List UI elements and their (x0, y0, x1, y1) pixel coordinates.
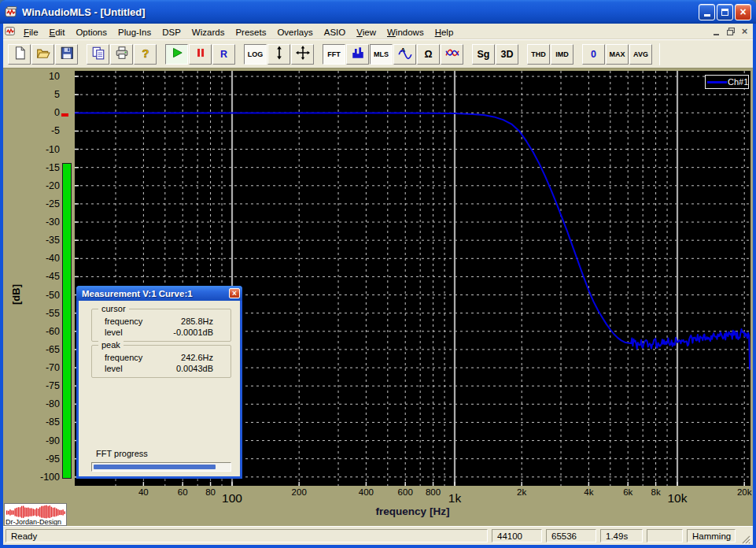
play-button[interactable] (165, 44, 188, 65)
zoom-vertical-button[interactable] (267, 44, 290, 65)
x-tick-label: 20k (737, 487, 752, 497)
x-tick-label: 600 (398, 487, 413, 497)
menu-item-view[interactable]: View (351, 26, 382, 39)
open-button[interactable] (31, 44, 54, 65)
thd-label: THD (531, 50, 546, 58)
move-arrows-icon (296, 46, 310, 63)
pause-button[interactable] (189, 44, 212, 65)
y-tick-label: 5 (24, 89, 60, 100)
zoom-all-button[interactable] (291, 44, 314, 65)
measurement-dialog-close-button[interactable]: × (229, 288, 240, 298)
cursor-level-label: level (105, 328, 123, 337)
impedance-label: Ω (424, 49, 432, 60)
save-floppy-icon (60, 46, 74, 63)
3d-view-button[interactable]: 3D (496, 44, 518, 65)
menu-item-windows[interactable]: Windows (382, 26, 430, 39)
transfer-function-button[interactable] (441, 44, 463, 65)
status-panel-hamming: Hamming (687, 529, 736, 542)
status-panel-65536: 65536 (546, 529, 596, 542)
app-icon (5, 6, 18, 19)
menu-item-options[interactable]: Options (70, 26, 112, 39)
measurement-dialog-title-bar[interactable]: Measurement V:1 Curve:1 × (76, 286, 242, 301)
svg-text:?: ? (142, 46, 149, 59)
impedance-button[interactable]: Ω (417, 44, 440, 65)
avg-button[interactable]: AVG (629, 44, 652, 65)
y-tick-label: -30 (24, 217, 60, 228)
menu-item-dsp[interactable]: DSP (157, 26, 186, 39)
x-tick-label: 40 (138, 487, 149, 497)
help-button[interactable]: ? (134, 44, 157, 65)
minimize-icon (704, 14, 710, 17)
new-button[interactable] (8, 44, 31, 65)
printer-icon (115, 46, 129, 63)
menu-item-plug-ins[interactable]: Plug-Ins (112, 26, 157, 39)
menu-item-presets[interactable]: Presets (230, 26, 271, 39)
close-icon: × (739, 6, 746, 17)
spectrum-button[interactable] (346, 44, 369, 65)
fft-label: FFT (327, 50, 341, 58)
measurement-dialog[interactable]: Measurement V:1 Curve:1 × cursor frequen… (76, 286, 242, 479)
thd-button[interactable]: THD (527, 44, 550, 65)
max-hold-button[interactable]: MAX (606, 44, 629, 65)
status-panels: 44100655361.49sHamming (492, 529, 739, 542)
vertical-arrows-icon (272, 46, 286, 63)
log-scale-label: LOG (248, 50, 264, 58)
signal-generator-button[interactable]: Sg (472, 44, 495, 65)
imd-label: IMD (555, 50, 569, 58)
menu-item-overlays[interactable]: Overlays (271, 26, 318, 39)
mdi-minimize-button[interactable] (710, 25, 723, 37)
record-button[interactable]: R (212, 44, 235, 65)
toolbar-end-separator (659, 43, 660, 65)
y-tick-label: -65 (24, 344, 60, 355)
x-tick-label: 800 (426, 487, 441, 497)
peak-level-value: 0.0043dB (176, 364, 213, 373)
y-tick-label: -95 (24, 454, 60, 465)
x-tick-label: 200 (292, 487, 307, 497)
sine-wave-icon: A (398, 46, 412, 63)
minimize-button[interactable] (699, 4, 715, 20)
menu-item-help[interactable]: Help (430, 26, 459, 39)
y-tick-label: -25 (24, 198, 60, 209)
status-ready: Ready (6, 529, 488, 542)
mls-button[interactable]: MLS (370, 44, 393, 65)
mdi-document-icon[interactable] (5, 25, 17, 37)
log-scale-button[interactable]: LOG (244, 44, 267, 65)
y-tick-label: -90 (24, 435, 60, 446)
peak-level-row: level 0.0043dB (105, 364, 213, 374)
save-button[interactable] (55, 44, 78, 65)
resize-grip[interactable] (740, 533, 750, 543)
signal-analyzer-button[interactable]: A (393, 44, 416, 65)
maximize-button[interactable] (717, 4, 733, 20)
peak-group-label: peak (98, 340, 124, 350)
imd-button[interactable]: IMD (551, 44, 573, 65)
menu-item-edit[interactable]: Edit (44, 26, 71, 39)
spectrum-bars-icon (351, 46, 365, 63)
copy-button[interactable] (87, 44, 109, 65)
y-tick-label: -50 (24, 290, 60, 301)
title-bar[interactable]: WinAudioMLS - [Untitled] × (0, 0, 756, 24)
fft-progress-label: FFT progress (96, 449, 148, 458)
x-tick-label: 8k (651, 487, 660, 497)
mdi-restore-button[interactable] (724, 25, 737, 37)
reset-label: 0 (591, 49, 596, 60)
fft-button[interactable]: FFT (323, 44, 345, 65)
fft-progress-fill (94, 465, 216, 469)
close-icon: × (742, 26, 748, 36)
mdi-close-button[interactable]: × (738, 25, 751, 37)
level-meter-bar (62, 163, 72, 479)
y-tick-label: -60 (24, 326, 60, 337)
menu-item-asio[interactable]: ASIO (319, 26, 351, 39)
reset-button[interactable]: 0 (582, 44, 605, 65)
measurement-dialog-body: cursor frequency 285.8Hz level -0.0001dB… (79, 301, 240, 476)
print-button[interactable] (110, 44, 133, 65)
y-tick-label: -70 (24, 362, 60, 373)
pause-icon (194, 46, 208, 63)
new-document-icon (13, 46, 27, 63)
x-tick-label: 400 (359, 487, 374, 497)
menu-item-file[interactable]: File (18, 26, 44, 39)
peak-frequency-value: 242.6Hz (181, 353, 213, 362)
menu-item-wizards[interactable]: Wizards (186, 26, 230, 39)
maximize-icon (721, 9, 728, 16)
peak-frequency-row: frequency 242.6Hz (105, 353, 213, 363)
close-button[interactable]: × (735, 4, 751, 20)
